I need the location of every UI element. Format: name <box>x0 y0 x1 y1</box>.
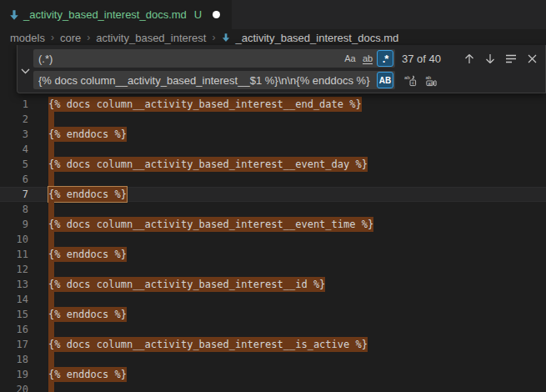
find-match-empty-highlight <box>48 142 54 157</box>
editor-line[interactable]: 6 <box>0 172 546 187</box>
svg-text:c: c <box>411 79 413 85</box>
line-content: {% enddocs %} <box>28 247 127 262</box>
close-icon[interactable] <box>523 50 540 67</box>
breadcrumb-item-activity-based-interest[interactable]: activity_based_interest <box>96 32 206 44</box>
line-content: {% enddocs %} <box>28 307 127 322</box>
find-match-empty-highlight <box>48 172 54 187</box>
line-content <box>28 172 54 187</box>
line-number: 10 <box>0 232 28 247</box>
breadcrumb-item-core[interactable]: core <box>60 32 81 44</box>
tab-activity-based-interest-docs[interactable]: _activity_based_interest_docs.md U <box>0 0 232 29</box>
editor-line[interactable]: 19 {% enddocs %} <box>0 367 546 382</box>
editor-line[interactable]: 17 {% docs column__activity_based_intere… <box>0 337 546 352</box>
find-match-highlight: {% enddocs %} <box>48 187 127 202</box>
editor-line[interactable]: 8 <box>0 202 546 217</box>
line-content <box>28 202 54 217</box>
breadcrumb-item-file[interactable]: _activity_based_interest_docs.md <box>221 32 398 44</box>
breadcrumb-separator: › <box>212 32 215 43</box>
line-content: {% docs column__activity_based_interest_… <box>28 157 368 172</box>
vscode-window: { "tab": { "filename": "_activity_based_… <box>0 0 546 392</box>
line-number: 8 <box>0 202 28 217</box>
find-match-highlight: {% enddocs %} <box>48 247 127 262</box>
line-number: 14 <box>0 292 28 307</box>
line-content: {% docs column__activity_based_interest_… <box>28 217 373 232</box>
editor-line[interactable]: 3 {% enddocs %} <box>0 127 546 142</box>
preserve-case-toggle[interactable]: AB <box>377 72 393 88</box>
find-input[interactable] <box>33 49 341 68</box>
unsaved-changes-dot[interactable] <box>213 11 220 18</box>
editor-line[interactable]: 15 {% enddocs %} <box>0 307 546 322</box>
line-number: 17 <box>0 337 28 352</box>
editor-line[interactable]: 10 <box>0 232 546 247</box>
replace-row: AB ab c ab <box>33 71 540 89</box>
editor-line[interactable]: 13 {% docs column__activity_based_intere… <box>0 277 546 292</box>
find-match-highlight: {% docs column__activity_based_interest_… <box>48 277 325 292</box>
find-match-highlight: {% enddocs %} <box>48 307 127 322</box>
line-number: 7 <box>0 187 28 202</box>
line-content <box>28 112 54 127</box>
find-match-empty-highlight <box>48 382 54 392</box>
line-content <box>28 262 54 277</box>
svg-text:ab: ab <box>425 74 431 80</box>
line-number: 1 <box>0 97 28 112</box>
line-number: 13 <box>0 277 28 292</box>
regex-toggle[interactable]: .* <box>377 50 393 67</box>
whole-word-toggle[interactable]: ab <box>359 50 376 67</box>
editor-line[interactable]: 14 <box>0 292 546 307</box>
editor-line[interactable]: 4 <box>0 142 546 157</box>
svg-text:ab: ab <box>404 74 410 80</box>
line-content <box>28 292 54 307</box>
line-content: {% enddocs %} <box>28 367 127 382</box>
line-content: {% docs column__activity_based_interest_… <box>28 277 325 292</box>
line-number: 15 <box>0 307 28 322</box>
breadcrumb-separator: › <box>51 32 54 43</box>
find-match-empty-highlight <box>48 262 54 277</box>
toggle-replace-column <box>18 49 33 88</box>
editor-line[interactable]: 1 {% docs column__activity_based_interes… <box>0 97 546 112</box>
editor-lines: 1 {% docs column__activity_based_interes… <box>0 97 546 392</box>
breadcrumb: models › core › activity_based_interest … <box>0 29 546 46</box>
replace-actions: ab c ab ab <box>398 72 439 88</box>
find-match-highlight: {% enddocs %} <box>48 367 127 382</box>
editor-line[interactable]: 11 {% enddocs %} <box>0 247 546 262</box>
editor-line[interactable]: 5 {% docs column__activity_based_interes… <box>0 157 546 172</box>
line-number: 3 <box>0 127 28 142</box>
editor-line[interactable]: 20 <box>0 382 546 392</box>
previous-match-button[interactable] <box>461 50 478 67</box>
breadcrumb-item-models[interactable]: models <box>10 32 45 44</box>
tab-bar: _activity_based_interest_docs.md U <box>0 0 546 29</box>
line-content <box>28 382 54 392</box>
find-match-empty-highlight <box>48 202 54 217</box>
whole-word-label: ab <box>363 53 373 64</box>
editor-line[interactable]: 9 {% docs column__activity_based_interes… <box>0 217 546 232</box>
line-number: 9 <box>0 217 28 232</box>
editor-line[interactable]: 7 {% enddocs %} <box>0 187 546 202</box>
editor[interactable]: 1 {% docs column__activity_based_interes… <box>0 46 546 392</box>
find-match-highlight: {% enddocs %} <box>48 127 127 142</box>
line-number: 12 <box>0 262 28 277</box>
git-status-badge: U <box>194 8 202 21</box>
match-case-toggle[interactable]: Aa <box>342 50 358 67</box>
replace-input[interactable] <box>33 71 376 89</box>
replace-button[interactable]: ab c <box>402 72 418 88</box>
line-number: 16 <box>0 322 28 337</box>
chevron-down-icon[interactable] <box>20 65 32 77</box>
line-number: 18 <box>0 352 28 367</box>
line-number: 2 <box>0 112 28 127</box>
line-content <box>28 142 54 157</box>
markdown-file-icon <box>221 33 231 43</box>
editor-line[interactable]: 16 <box>0 322 546 337</box>
line-content <box>28 352 54 367</box>
find-match-highlight: {% docs column__activity_based_interest_… <box>48 157 368 172</box>
find-in-selection-icon[interactable] <box>503 50 519 67</box>
editor-line[interactable]: 12 <box>0 262 546 277</box>
editor-line[interactable]: 18 <box>0 352 546 367</box>
next-match-button[interactable] <box>482 50 498 67</box>
replace-input-box: AB <box>33 71 395 89</box>
breadcrumb-filename: _activity_based_interest_docs.md <box>235 32 398 44</box>
find-match-empty-highlight <box>48 322 54 337</box>
find-widget-rows: Aa ab .* 37 of 40 <box>33 49 540 88</box>
replace-all-button[interactable]: ab ab <box>423 72 439 88</box>
line-content: {% docs column__activity_based_interest_… <box>28 97 362 112</box>
editor-line[interactable]: 2 <box>0 112 546 127</box>
